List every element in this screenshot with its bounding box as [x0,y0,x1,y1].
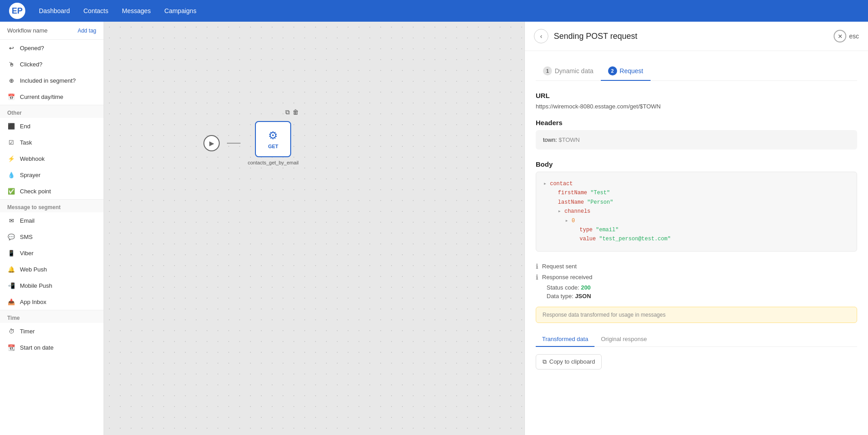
webpush-icon: 🔔 [7,265,15,273]
nav-dashboard[interactable]: Dashboard [39,7,70,14]
sidebar-item-label: Clicked? [20,61,42,68]
tab-request[interactable]: 2 Request [601,62,651,81]
sidebar-item-webhook[interactable]: ⚡ Webhook [0,150,104,167]
sidebar-item-startdate[interactable]: 📆 Start on date [0,339,104,355]
mobilepush-icon: 📲 [7,281,15,290]
sidebar-item-label: Viber [20,250,33,257]
clipboard-label: Copy to clipboard [549,358,595,365]
sidebar-section-message: Message to segment [0,199,104,212]
sidebar-item-checkpoint[interactable]: ✅ Check point [0,183,104,199]
request-sent-icon: ℹ [536,262,538,271]
resp-tab-original[interactable]: Original response [594,332,653,347]
notice-box: Response data transformed for usage in m… [536,307,857,323]
node-name-label: contacts_get_by_email [248,160,299,165]
body-section: Body ▸ contact firstName "Test" lastName… [536,160,857,252]
sidebar-item-label: Webhook [20,155,45,162]
tab-number-2: 2 [608,66,617,75]
code-line-7: value "test_person@test.com" [543,234,849,243]
sidebar-item-mobilepush[interactable]: 📲 Mobile Push [0,277,104,294]
esc-label: esc [849,33,859,40]
headers-section-label: Headers [536,119,857,126]
add-tag-button[interactable]: Add tag [78,28,96,34]
sidebar-item-viber[interactable]: 📱 Viber [0,245,104,261]
sidebar-item-label: Email [20,217,35,224]
right-panel: ‹ Sending POST request ✕ esc 1 Dynamic d… [524,22,868,435]
connector-line [227,143,241,144]
nav-campaigns[interactable]: Campaigns [165,7,197,14]
data-type-row: Data type: JSON [536,293,857,299]
header-key: town: [543,136,557,143]
sidebar-item-label: Sprayer [20,172,41,178]
delete-node-button[interactable]: 🗑 [292,108,299,116]
sidebar-item-label: SMS [20,234,33,240]
task-icon: ☑ [7,138,15,146]
workflow-name-label: Workflow name [7,27,47,34]
copy-node-button[interactable]: ⧉ [285,108,290,116]
status-code-row: Status code: 200 [536,284,857,291]
tabs-row: 1 Dynamic data 2 Request [536,62,857,81]
tab-dynamic-data[interactable]: 1 Dynamic data [536,62,601,81]
node-wrapper: ⧉ 🗑 ⚙ GET contacts_get_by_email [248,121,299,165]
sidebar-item-email[interactable]: ✉ Email [0,212,104,229]
sidebar-item-webpush[interactable]: 🔔 Web Push [0,261,104,277]
code-line-5: ▸ 0 [543,216,849,225]
sidebar-item-label: Start on date [20,344,53,351]
viber-icon: 📱 [7,249,15,257]
headers-box: town: $TOWN [536,130,857,150]
sidebar-header: Workflow name Add tag [0,22,104,40]
node-type-label: GET [268,144,278,149]
code-line-3: lastName "Person" [543,198,849,207]
url-section-label: URL [536,92,857,99]
code-box: ▸ contact firstName "Test" lastName "Per… [536,172,857,252]
checkpoint-icon: ✅ [7,187,15,195]
sidebar-item-appinbox[interactable]: 📥 App Inbox [0,294,104,310]
sidebar-item-label: Current day/time [20,94,63,100]
sidebar-item-label: Web Push [20,266,47,273]
nav-contacts[interactable]: Contacts [84,7,108,14]
status-code-label: Status code: [547,284,579,291]
esc-button[interactable]: ✕ esc [834,30,859,42]
canvas-area[interactable]: ▶ ⧉ 🗑 ⚙ GET contacts_get_by_email [104,22,524,435]
code-line-1: ▸ contact [543,179,849,188]
tab-label-dynamic: Dynamic data [555,67,594,75]
request-sent-label: Request sent [542,263,577,270]
sidebar-item-opened[interactable]: ↩ Opened? [0,40,104,56]
sprayer-icon: 💧 [7,171,15,179]
end-icon: ⬛ [7,122,15,130]
sidebar-item-timer[interactable]: ⏱ Timer [0,323,104,339]
logo: EP [9,3,25,19]
main-layout: Workflow name Add tag ↩ Opened? 🖱 Clicke… [0,22,868,435]
back-button[interactable]: ‹ [534,29,548,43]
email-icon: ✉ [7,216,15,225]
copy-to-clipboard-button[interactable]: ⧉ Copy to clipboard [536,354,602,370]
status-code-value: 200 [581,284,591,291]
sms-icon: 💬 [7,233,15,241]
sidebar-item-end[interactable]: ⬛ End [0,118,104,134]
resp-tab-transformed[interactable]: Transformed data [536,332,594,347]
segment-icon: ⊕ [7,76,15,84]
sidebar-item-clicked[interactable]: 🖱 Clicked? [0,56,104,72]
esc-icon: ✕ [834,30,846,42]
sidebar-item-label: Mobile Push [20,282,52,289]
nav-messages[interactable]: Messages [122,7,151,14]
sidebar-item-label: Included in segment? [20,77,76,84]
webhook-node-box[interactable]: ⚙ GET [255,121,291,157]
response-tabs: Transformed data Original response [536,332,857,347]
sidebar-item-task[interactable]: ☑ Task [0,134,104,150]
timer-icon: ⏱ [7,327,15,335]
sidebar-item-label: Check point [20,188,51,195]
webhook-icon: ⚡ [7,154,15,163]
start-node: ▶ [203,135,220,151]
sidebar-item-daytime[interactable]: 📅 Current day/time [0,89,104,105]
sidebar-item-sprayer[interactable]: 💧 Sprayer [0,167,104,183]
panel-title: Sending POST request [554,32,637,41]
response-received-label: Response received [542,274,592,281]
sidebar-item-segment[interactable]: ⊕ Included in segment? [0,72,104,89]
back-icon: ‹ [540,33,542,40]
tab-label-request: Request [620,67,643,75]
appinbox-icon: 📥 [7,298,15,306]
sidebar-item-label: Timer [20,328,35,335]
panel-header: ‹ Sending POST request ✕ esc [525,22,868,51]
response-received-row: ℹ Response received [536,273,857,281]
sidebar-item-sms[interactable]: 💬 SMS [0,229,104,245]
